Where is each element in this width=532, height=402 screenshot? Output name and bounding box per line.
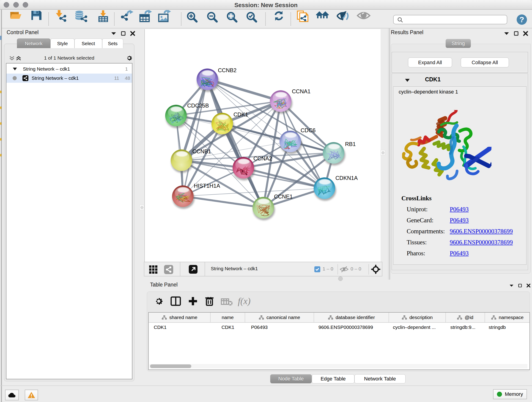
svg-text:CCNA2: CCNA2 [253,155,272,162]
svg-text:HIST1H1A: HIST1H1A [194,183,220,189]
svg-text:CDK1: CDK1 [234,111,248,118]
svg-text:CCNB2: CCNB2 [218,67,236,73]
svg-text:CCNA1: CCNA1 [292,88,310,95]
svg-text:CCNE1: CCNE1 [274,193,293,200]
svg-text:CDC6: CDC6 [301,127,316,133]
svg-text:CCNB1: CCNB1 [192,148,211,154]
svg-text:RB1: RB1 [345,141,356,147]
svg-text:CDC25B: CDC25B [187,102,209,109]
svg-text:CDKN1A: CDKN1A [336,175,358,181]
